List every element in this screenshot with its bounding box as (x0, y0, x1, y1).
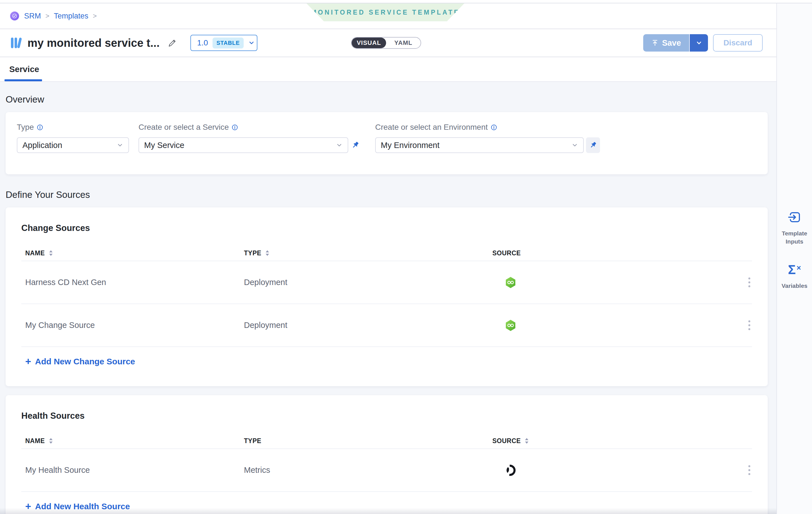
edit-title-pencil-icon[interactable] (167, 38, 177, 48)
breadcrumb-separator: > (93, 12, 97, 20)
column-header-name[interactable]: NAME (25, 249, 45, 257)
save-options-caret[interactable] (690, 34, 708, 52)
breadcrumb-templates-link[interactable]: Templates (54, 12, 88, 21)
health-sources-title: Health Sources (21, 411, 752, 421)
environment-label: Create or select an Environment (375, 123, 488, 132)
main-column: SRM > Templates > MONITORED SERVICE TEMP… (0, 3, 776, 514)
template-library-icon (10, 36, 23, 50)
overview-heading: Overview (6, 82, 771, 105)
service-config-panel: Overview Type Application (0, 82, 776, 514)
row-options-menu-icon[interactable] (747, 463, 752, 477)
change-sources-table-header: NAME TYPE SOURCE (21, 245, 752, 261)
save-button[interactable]: Save (643, 34, 690, 52)
pin-icon[interactable] (586, 137, 600, 153)
visual-yaml-toggle: VISUAL YAML (351, 37, 421, 49)
column-header-source: SOURCE (492, 249, 521, 257)
service-label: Create or select a Service (139, 123, 229, 132)
row-options-menu-icon[interactable] (747, 319, 752, 332)
change-source-type: Deployment (244, 321, 287, 330)
plus-icon: + (25, 357, 31, 367)
version-selector[interactable]: 1.0 STABLE (191, 35, 257, 51)
template-inputs-button[interactable]: Template Inputs (782, 211, 808, 246)
variables-button[interactable]: Σ× Variables (782, 263, 808, 290)
harness-cd-icon (505, 320, 516, 331)
save-button-label: Save (662, 38, 681, 48)
add-health-source-label: Add New Health Source (35, 502, 130, 511)
change-sources-card: Change Sources NAME TYPE (6, 207, 768, 386)
change-source-name: My Change Source (25, 321, 95, 330)
sort-icon[interactable] (525, 438, 529, 444)
breadcrumb-srm-link[interactable]: SRM (24, 12, 41, 21)
change-source-row[interactable]: Harness CD Next Gen Deployment (21, 261, 752, 304)
type-select[interactable]: Application (17, 137, 129, 153)
sort-icon[interactable] (265, 250, 269, 256)
type-select-value: Application (23, 141, 62, 150)
environment-select-value: My Environment (381, 141, 440, 150)
info-icon[interactable] (37, 124, 43, 130)
environment-select[interactable]: My Environment (375, 137, 584, 153)
change-source-name: Harness CD Next Gen (25, 278, 106, 287)
column-header-name[interactable]: NAME (25, 437, 45, 445)
harness-cd-icon (505, 277, 516, 289)
sort-icon[interactable] (49, 438, 53, 444)
monitored-service-template-badge: MONITORED SERVICE TEMPLATE (307, 3, 464, 21)
active-tab-underline (4, 79, 42, 81)
add-change-source-label: Add New Change Source (35, 357, 135, 366)
version-number: 1.0 (197, 38, 208, 48)
variables-label: Variables (782, 282, 808, 290)
upload-icon (651, 39, 659, 47)
plus-icon: + (25, 502, 31, 512)
discard-button[interactable]: Discard (713, 34, 763, 52)
overview-card: Type Application Create or se (6, 112, 768, 174)
add-health-source-button[interactable]: + Add New Health Source (25, 502, 130, 512)
srm-module-icon (10, 11, 19, 21)
tab-service[interactable]: Service (9, 64, 39, 74)
column-header-source[interactable]: SOURCE (492, 437, 521, 445)
column-header-type[interactable]: TYPE (244, 249, 261, 257)
row-options-menu-icon[interactable] (747, 276, 752, 289)
tab-bar: Service (0, 57, 776, 82)
add-change-source-button[interactable]: + Add New Change Source (25, 357, 135, 367)
chevron-down-icon (248, 39, 255, 46)
toggle-yaml[interactable]: YAML (386, 37, 420, 48)
page-title: my monitored service t... (27, 37, 160, 49)
breadcrumb-separator: > (46, 12, 49, 20)
change-source-type: Deployment (244, 278, 287, 287)
health-sources-card: Health Sources NAME TYPE SOURCE (6, 395, 768, 514)
window-top-strip (0, 0, 812, 3)
appdynamics-icon (505, 464, 517, 476)
health-source-name: My Health Source (25, 465, 90, 475)
template-inputs-label: Template Inputs (782, 229, 808, 246)
breadcrumb: SRM > Templates > MONITORED SERVICE TEMP… (0, 3, 776, 29)
variables-icon: Σ× (788, 263, 801, 276)
change-sources-title: Change Sources (21, 223, 752, 233)
define-sources-heading: Define Your Sources (6, 189, 771, 200)
type-label: Type (17, 123, 34, 132)
info-icon[interactable] (232, 124, 238, 130)
health-source-row[interactable]: My Health Source Metrics (21, 449, 752, 492)
info-icon[interactable] (491, 124, 497, 130)
version-stable-chip: STABLE (212, 37, 244, 49)
toggle-visual[interactable]: VISUAL (352, 37, 386, 48)
health-sources-table-header: NAME TYPE SOURCE (21, 433, 752, 449)
right-rail: Template Inputs Σ× Variables (776, 3, 812, 514)
column-header-type[interactable]: TYPE (244, 437, 261, 445)
save-split-button: Save (643, 34, 708, 52)
service-select[interactable]: My Service (139, 137, 348, 153)
pin-icon[interactable] (350, 141, 360, 150)
template-header: my monitored service t... 1.0 STABLE VIS… (0, 29, 776, 57)
health-source-type: Metrics (244, 465, 270, 475)
template-inputs-icon (788, 211, 801, 224)
sort-icon[interactable] (49, 250, 53, 256)
service-select-value: My Service (144, 141, 184, 150)
change-source-row[interactable]: My Change Source Deployment (21, 304, 752, 347)
